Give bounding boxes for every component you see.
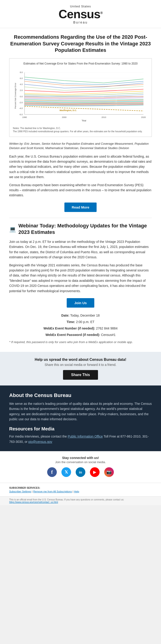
webinar-note: * If required, this password is only for… bbox=[9, 340, 152, 344]
share-heading: Help us spread the word about Census Bur… bbox=[9, 358, 152, 362]
section-divider bbox=[9, 218, 152, 218]
public-information-office-link[interactable]: Public Information Office bbox=[68, 434, 103, 438]
main-content: Recommendations Regarding the Use of the… bbox=[0, 28, 161, 350]
social-icons-container: f 𝕏 in ▶ 📷 bbox=[9, 467, 152, 477]
chart-title: Estimates of Net Coverage Error for Stat… bbox=[13, 62, 148, 66]
webinar-time: Time: 2:00 p.m. ET bbox=[9, 319, 152, 325]
webinar-paragraph-1: Join us today at 2 p.m. ET for a webinar… bbox=[9, 239, 152, 260]
svg-text:-4.0: -4.0 bbox=[19, 107, 23, 110]
join-us-button[interactable]: Join Us bbox=[67, 298, 94, 308]
share-this-button[interactable]: Share This bbox=[63, 370, 98, 380]
svg-text:4.0: 4.0 bbox=[20, 83, 23, 86]
webinar-section-header: 💻 Webinar Today: Methodology Updates for… bbox=[9, 222, 152, 236]
svg-text:2020: 2020 bbox=[141, 116, 146, 118]
webinar-paragraph-2: Beginning with the Vintage 2021 estimate… bbox=[9, 263, 152, 294]
article-paragraph-1: Each year, the U.S. Census Bureau's popu… bbox=[9, 154, 152, 180]
resources-text: For media interviews, please contact the… bbox=[9, 434, 152, 444]
about-section: About the Census Bureau We serve as the … bbox=[0, 386, 161, 451]
facebook-icon[interactable]: f bbox=[47, 467, 57, 477]
remove-subscriptions-link[interactable]: Remove me from All Subscriptions bbox=[33, 490, 72, 493]
census-logo: United States Census® Bureau bbox=[58, 4, 102, 24]
webinar-event-number: WebEx Event Number (if needed): 2762 844… bbox=[9, 325, 152, 332]
legal-contact-link[interactable]: https://www.census.gov/ces/rsd/contact_u… bbox=[9, 501, 58, 504]
svg-text:2000: 2000 bbox=[62, 116, 66, 118]
social-section: Stay connected with us! Join the convers… bbox=[0, 451, 161, 483]
resources-title: Resources for Media bbox=[9, 426, 152, 432]
author-byline: Written by: Eric Jensen, Senior Advisor … bbox=[9, 142, 152, 150]
article-paragraph-2: Census Bureau experts have been examinin… bbox=[9, 182, 152, 198]
webinar-details: Date: Today, December 18 Time: 2:00 p.m.… bbox=[9, 312, 152, 338]
svg-text:1990: 1990 bbox=[22, 116, 27, 118]
census-wordmark: Census® bbox=[58, 8, 102, 20]
footer: SUBSCRIBER SERVICES: Subscriber Settings… bbox=[0, 483, 161, 496]
svg-text:2.0: 2.0 bbox=[20, 90, 23, 92]
youtube-icon[interactable]: ▶ bbox=[90, 467, 100, 477]
read-more-button[interactable]: Read More bbox=[64, 202, 97, 212]
webinar-title-text: Webinar Today: Methodology Updates for t… bbox=[18, 222, 152, 236]
article-title: Recommendations Regarding the Use of the… bbox=[9, 34, 152, 54]
twitter-icon[interactable]: 𝕏 bbox=[61, 467, 71, 477]
svg-text:-6.0: -6.0 bbox=[19, 113, 23, 116]
laptop-icon: 💻 bbox=[9, 226, 16, 233]
stay-connected-text: Stay connected with us! bbox=[9, 456, 152, 460]
pio-email-link[interactable]: pio@census.gov bbox=[28, 440, 52, 444]
chart-container: Estimates of Net Coverage Error for Stat… bbox=[9, 58, 152, 137]
subscriber-services-label: SUBSCRIBER SERVICES: bbox=[9, 486, 152, 489]
footer-legal: This is an official email from the U.S. … bbox=[0, 496, 161, 505]
join-conversation-text: Join the conversation on social media. bbox=[9, 460, 152, 464]
email-header: United States Census® Bureau bbox=[0, 0, 161, 28]
share-subtext: Share this on social media or forward it… bbox=[9, 363, 152, 366]
about-title: About the Census Bureau bbox=[9, 392, 152, 398]
svg-text:2010: 2010 bbox=[101, 116, 106, 118]
share-section: Help us spread the word about Census Bur… bbox=[0, 352, 161, 386]
chart-notes: Notes: The dashed line is for Washington… bbox=[13, 127, 148, 133]
webinar-event-password: WebEx Event Password (if needed): Census… bbox=[9, 332, 152, 338]
linkedin-icon[interactable]: in bbox=[76, 467, 85, 477]
help-link[interactable]: Help bbox=[74, 490, 79, 493]
svg-text:8.0: 8.0 bbox=[20, 72, 23, 74]
chart-svg: Percent Net Coverage Error bbox=[13, 68, 148, 125]
instagram-icon[interactable]: 📷 bbox=[104, 467, 114, 477]
svg-text:-2.0: -2.0 bbox=[19, 102, 23, 104]
bureau-text: Bureau bbox=[58, 20, 102, 24]
svg-text:0.0: 0.0 bbox=[20, 96, 23, 98]
webinar-date: Date: Today, December 18 bbox=[9, 312, 152, 319]
subscriber-links: Subscriber Settings | Remove me from All… bbox=[9, 490, 152, 493]
svg-text:Percent Net Coverage Error: Percent Net Coverage Error bbox=[14, 83, 16, 109]
svg-text:Year: Year bbox=[82, 120, 86, 122]
svg-text:6.0: 6.0 bbox=[20, 77, 23, 80]
svg-text:Washington, D.C.: Washington, D.C. bbox=[60, 109, 77, 112]
about-text: We serve as the nation's leading provide… bbox=[9, 401, 152, 422]
subscriber-settings-link[interactable]: Subscriber Settings bbox=[9, 490, 31, 493]
